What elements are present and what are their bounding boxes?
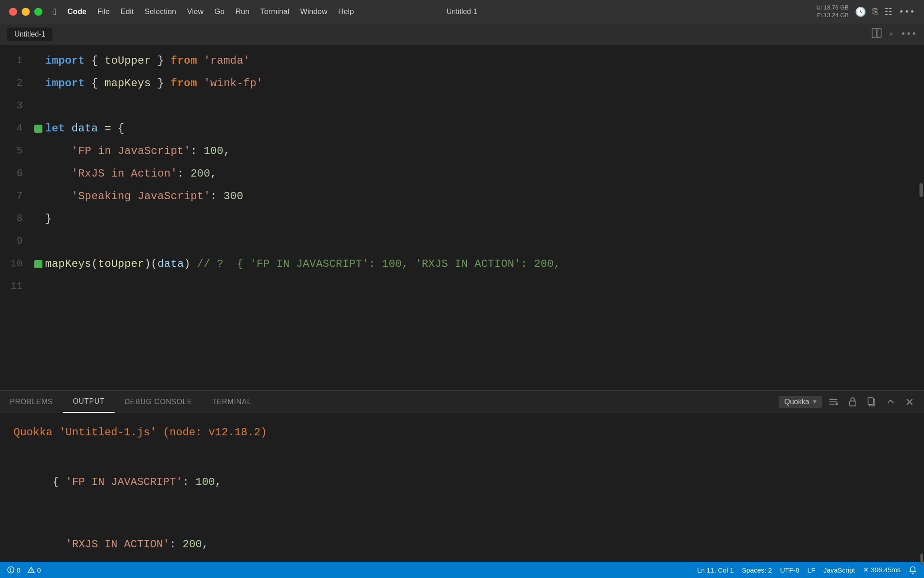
ellipsis-icon[interactable]: ••• — [901, 29, 917, 39]
collapse-panel-icon[interactable] — [882, 396, 899, 408]
line-number-4: 4 — [0, 117, 32, 140]
panel-tabs: PROBLEMS OUTPUT DEBUG CONSOLE TERMINAL Q… — [0, 391, 924, 413]
copy-icon[interactable] — [864, 395, 880, 409]
status-bar: 0 0 Ln 11, Col 1 Spaces: 2 UTF-8 LF Java… — [0, 562, 924, 578]
status-eol[interactable]: LF — [807, 566, 815, 574]
status-warnings[interactable]: 0 — [28, 566, 41, 574]
output-line-2: 'RXJS IN ACTION': 200, — [14, 513, 910, 562]
tab-debug-console[interactable]: DEBUG CONSOLE — [115, 391, 202, 413]
title-bar-left:  Code File Edit Selection View Go Run T… — [9, 5, 359, 19]
code-line-5: 5 'FP in JavaScript': 100, — [0, 140, 924, 163]
gutter-4 — [32, 125, 45, 133]
circle-icon: ● — [889, 30, 893, 38]
quokka-header: Quokka 'Untitled-1.js' (node: v12.18.2) — [14, 422, 910, 443]
close-panel-icon[interactable] — [901, 396, 918, 408]
menu-selection[interactable]: Selection — [140, 5, 181, 18]
code-line-8: 8 } — [0, 208, 924, 230]
panel-scrollbar[interactable] — [919, 413, 924, 562]
svg-rect-7 — [850, 401, 856, 406]
warning-icon — [28, 566, 35, 573]
line-number-5: 5 — [0, 140, 32, 163]
output-source-select[interactable]: Quokka ▼ — [779, 396, 822, 408]
svg-rect-9 — [868, 398, 873, 405]
chevron-down-icon: ▼ — [813, 398, 817, 406]
code-line-7: 7 'Speaking JavaScript': 300 — [0, 185, 924, 208]
tab-problems[interactable]: PROBLEMS — [0, 391, 63, 413]
status-notification-icon[interactable] — [909, 566, 917, 574]
traffic-lights — [9, 8, 42, 16]
tab-terminal[interactable]: TERMINAL — [202, 391, 261, 413]
svg-rect-1 — [877, 28, 881, 37]
menu-terminal[interactable]: Terminal — [256, 5, 294, 18]
code-line-3: 3 — [0, 95, 924, 117]
svg-rect-2 — [829, 399, 837, 400]
line-number-6: 6 — [0, 163, 32, 185]
code-line-11: 11 — [0, 275, 924, 298]
breakpoint-dot-4[interactable] — [34, 125, 42, 133]
menu-view[interactable]: View — [182, 5, 208, 18]
menu-window[interactable]: Window — [296, 5, 332, 18]
tab-output[interactable]: OUTPUT — [63, 391, 115, 413]
menu-run[interactable]: Run — [231, 5, 254, 18]
editor-area: 1 import { toUpper } from 'ramda' 2 impo… — [0, 45, 924, 390]
error-icon — [7, 566, 14, 573]
lock-icon[interactable] — [845, 395, 861, 409]
svg-rect-3 — [829, 401, 837, 402]
line-content-2: import { mapKeys } from 'wink-fp' — [45, 72, 924, 95]
line-number-3: 3 — [0, 95, 32, 117]
line-content-1: import { toUpper } from 'ramda' — [45, 50, 924, 72]
status-timing: ✕ 306.45ms — [863, 566, 901, 574]
menu-help[interactable]: Help — [334, 5, 359, 18]
line-content-8: } — [45, 208, 924, 230]
editor-tab[interactable]: Untitled-1 — [7, 28, 52, 41]
status-encoding[interactable]: UTF-8 — [780, 566, 799, 574]
status-spaces[interactable]: Spaces: 2 — [742, 566, 772, 574]
status-language[interactable]: JavaScript — [823, 566, 855, 574]
clock-icon[interactable]: 🕓 — [855, 6, 866, 18]
minimize-button[interactable] — [22, 8, 30, 16]
line-number-1: 1 — [0, 50, 32, 72]
menu-code[interactable]: Code — [63, 5, 91, 18]
tab-bar: Untitled-1 ● ••• — [0, 23, 924, 45]
menu-file[interactable]: File — [93, 5, 114, 18]
svg-rect-4 — [829, 404, 835, 405]
maximize-button[interactable] — [34, 8, 42, 16]
breakpoint-dot-10[interactable] — [34, 260, 42, 268]
code-line-1: 1 import { toUpper } from 'ramda' — [0, 50, 924, 72]
gutter-10 — [32, 260, 45, 268]
code-container[interactable]: 1 import { toUpper } from 'ramda' 2 impo… — [0, 45, 924, 390]
window-title: Untitled-1 — [447, 8, 477, 16]
menu-bar:  Code File Edit Selection View Go Run T… — [49, 5, 359, 19]
panel-tabs-left: PROBLEMS OUTPUT DEBUG CONSOLE TERMINAL — [0, 391, 261, 413]
line-content-5: 'FP in JavaScript': 100, — [45, 140, 924, 163]
svg-point-14 — [10, 571, 11, 572]
line-number-7: 7 — [0, 185, 32, 208]
panel-content: Quokka 'Untitled-1.js' (node: v12.18.2) … — [0, 413, 924, 562]
line-content-4: let data = { — [45, 117, 924, 140]
code-line-10: 10 mapKeys(toUpper)(data) // ? { 'FP IN … — [0, 253, 924, 275]
line-number-9: 9 — [0, 230, 32, 253]
clear-output-icon[interactable] — [825, 395, 842, 409]
split-editor-icon[interactable] — [872, 28, 882, 40]
status-left: 0 0 — [7, 566, 41, 574]
line-number-8: 8 — [0, 208, 32, 230]
more-icon[interactable]: ••• — [899, 7, 915, 17]
status-errors[interactable]: 0 — [7, 566, 20, 574]
output-source-label: Quokka — [784, 398, 809, 406]
status-position[interactable]: Ln 11, Col 1 — [697, 566, 734, 574]
line-content-6: 'RxJS in Action': 200, — [45, 163, 924, 185]
controls-icon[interactable]: ☷ — [884, 6, 892, 18]
menu-edit[interactable]: Edit — [116, 5, 138, 18]
panel-scrollbar-thumb — [920, 554, 923, 562]
share-icon[interactable]: ⎘ — [873, 7, 878, 17]
status-right: Ln 11, Col 1 Spaces: 2 UTF-8 LF JavaScri… — [697, 566, 917, 574]
menu-go[interactable]: Go — [210, 5, 229, 18]
menu-apple[interactable]:  — [49, 5, 61, 19]
close-button[interactable] — [9, 8, 17, 16]
code-line-4: 4 let data = { — [0, 117, 924, 140]
line-number-10: 10 — [0, 253, 32, 275]
title-bar-right: U: 18.76 GB F: 13.24 GB 🕓 ⎘ ☷ ••• — [816, 4, 915, 19]
line-number-2: 2 — [0, 72, 32, 95]
line-content-7: 'Speaking JavaScript': 300 — [45, 185, 924, 208]
code-line-6: 6 'RxJS in Action': 200, — [0, 163, 924, 185]
